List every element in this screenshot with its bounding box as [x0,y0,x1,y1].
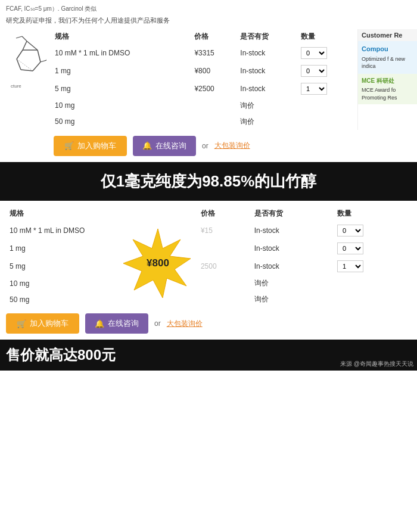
spec-cell: 10 mg [51,98,191,114]
side-panel-title: Customer Re [358,29,417,41]
qty-select-b0[interactable]: 01 [337,225,363,237]
price-cell [197,239,251,257]
price-cell [197,275,251,291]
svg-line-10 [16,36,22,38]
add-to-cart-button[interactable]: 🛒 加入购物车 [54,136,127,156]
table-row: 50 mg 询价 [51,114,354,130]
qty-cell [297,98,354,114]
middle-banner: 仅1毫克纯度为98.85%的山竹醇 [0,162,417,201]
cart-icon-2: 🛒 [17,319,26,328]
qty-cell[interactable]: 012 [297,44,354,62]
promo-title: Compou [362,45,413,54]
starburst-label: ¥800 [147,257,169,269]
svg-line-1 [38,50,41,62]
or-text: or [202,142,208,150]
add-to-cart-button-2[interactable]: 🛒 加入购物车 [6,313,79,334]
table-row: 1 mg ¥800 In-stock 012 [51,62,354,80]
table-row: 50 mg 询价 [6,291,411,307]
stock-cell: In-stock [251,257,334,275]
side-panel-mce: MCE 科研处 MCE Award fo Promoting Res [358,74,417,104]
price-cell: 2500 [197,257,251,275]
action-row-1: 🛒 加入购物车 🔔 在线咨询 or 大包装询价 [0,130,417,162]
svg-line-3 [21,70,33,71]
svg-line-5 [17,50,23,59]
top-section: FCAF, IC₅₀=5 μm）. Garcinol 类似 研究及药证申报，我们… [0,0,417,162]
mce-text: MCE Award fo Promoting Res [362,86,413,101]
bottom-footer-bar: 售价就高达800元 来源 @奇闻趣事热搜天天说 [0,340,417,371]
action-row-2: 🛒 加入购物车 🔔 在线咨询 or 大包装询价 [0,307,417,340]
stock-cell: In-stock [251,239,334,257]
svg-line-6 [23,41,27,50]
stock-cell: 询价 [251,291,334,307]
bell-icon-2: 🔔 [95,319,104,328]
qty-cell[interactable]: 012 [297,62,354,80]
banner-text: 仅1毫克纯度为98.85%的山竹醇 [6,172,411,192]
qty-select-b1[interactable]: 01 [337,242,363,254]
qty-cell[interactable]: 01 [334,257,411,275]
consult-label-2: 在线咨询 [108,318,139,329]
stock-cell: In-stock [251,222,334,239]
col-price: 价格 [191,29,236,44]
consult-label: 在线咨询 [155,141,186,151]
svg-line-9 [22,36,27,41]
table-row: 10 mg 询价 [6,275,411,291]
watermark: 来源 @奇闻趣事热搜天天说 [340,360,413,368]
bell-icon: 🔔 [142,141,152,150]
qty-cell[interactable]: 011 [297,80,354,98]
mce-label: MCE 科研处 [362,77,394,84]
table-row: 10 mM * 1 mL in DMSO ¥3315 In-stock 012 [51,44,354,62]
svg-text:cture: cture [11,83,21,89]
side-panel: Customer Re Compou Optimized f & new ind… [357,29,417,130]
col-spec-2: 规格 [6,206,197,222]
qty-cell[interactable]: 01 [334,239,411,257]
table-row: 10 mM * 1 mL in DMSO ¥15 In-stock 01 [6,222,411,239]
bulk-inquiry-link-2[interactable]: 大包装询价 [167,319,203,329]
qty-cell [334,291,411,307]
consult-button-2[interactable]: 🔔 在线咨询 [85,313,148,334]
price-cell: ¥3315 [191,44,236,62]
spec-cell: 1 mg [51,62,191,80]
col-spec: 规格 [51,29,191,44]
table-row: 10 mg 询价 [51,98,354,114]
consult-button[interactable]: 🔔 在线咨询 [133,136,196,156]
table-row: 5 mg 2500 In-stock 01 [6,257,411,275]
starburst-container: ¥800 [119,225,197,302]
col-qty-2: 数量 [334,206,411,222]
stock-cell: In-stock [236,80,297,98]
price-cell: ¥2500 [191,80,236,98]
bottom-section: 规格 价格 是否有货 数量 10 mM * 1 mL in DMSO ¥15 I… [0,201,417,340]
price-cell: ¥15 [197,222,251,239]
top-table-area: 规格 价格 是否有货 数量 10 mM * 1 mL in DMSO ¥3315… [48,29,357,130]
svg-line-0 [27,41,38,50]
svg-line-11 [41,60,46,62]
promo-text: Optimized f & new indica [362,55,413,70]
qty-select-2[interactable]: 011 [301,83,327,95]
or-text-2: or [154,319,161,328]
qty-select-1[interactable]: 012 [301,65,327,77]
col-price-2: 价格 [197,206,251,222]
molecule-area: cture -3 [0,29,48,130]
col-qty: 数量 [297,29,354,44]
stock-cell: In-stock [236,44,297,62]
spec-cell: 10 mM * 1 mL in DMSO [51,44,191,62]
col-stock-2: 是否有货 [251,206,334,222]
product-table-1: 规格 价格 是否有货 数量 10 mM * 1 mL in DMSO ¥3315… [51,29,354,130]
top-disclaimer: 研究及药证申报，我们不为任何个人用途提供产品和服务 [0,15,417,29]
qty-select-0[interactable]: 012 [301,47,327,59]
qty-cell[interactable]: 01 [334,222,411,239]
stock-cell inquiry-text: 询价 [236,98,297,114]
product-table-2: 规格 价格 是否有货 数量 10 mM * 1 mL in DMSO ¥15 I… [6,206,411,307]
table-row: 5 mg ¥2500 In-stock 011 [51,80,354,98]
cart-label: 加入购物车 [77,141,116,151]
qty-cell [334,275,411,291]
top-content: cture -3 规格 价格 是否有货 数量 10 mM * 1 mL in D… [0,29,417,130]
bulk-inquiry-link[interactable]: 大包装询价 [214,141,250,151]
col-stock: 是否有货 [236,29,297,44]
stock-cell inquiry-text: 询价 [236,114,297,130]
qty-select-b2[interactable]: 01 [337,260,363,272]
top-disclaimer-small: FCAF, IC₅₀=5 μm）. Garcinol 类似 [0,5,417,15]
svg-line-2 [33,62,41,71]
qty-cell [297,114,354,130]
cart-icon: 🛒 [64,141,74,150]
price-cell [197,291,251,307]
